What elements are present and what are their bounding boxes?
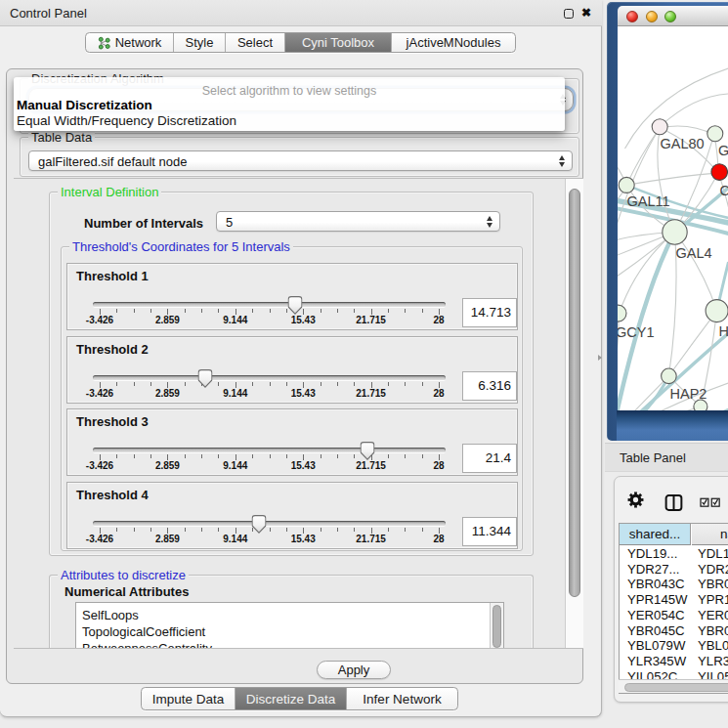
table-panel-titlebar[interactable]: Table Panel [605, 443, 728, 472]
node-gal11[interactable] [619, 177, 634, 193]
slider-track[interactable] [93, 302, 446, 307]
column-header-name[interactable]: name [692, 524, 728, 545]
cell-name[interactable]: YDR27... [698, 562, 728, 578]
slider-track[interactable] [93, 521, 446, 526]
tab-impute-data[interactable]: Impute Data [142, 688, 236, 709]
numerical-attributes-list[interactable]: SelfLoops TopologicalCoefficient Between… [75, 602, 504, 649]
cell-shared-name[interactable]: YBR045C [627, 623, 692, 639]
table-row[interactable]: YLR345WYLR345W [620, 654, 728, 669]
column-header-shared-name[interactable]: shared... [620, 524, 691, 545]
thresholds-group-title: Threshold's Coordinates for 5 Intervals [69, 239, 293, 254]
list-item[interactable]: BetweennessCentrality [76, 641, 503, 649]
slider-thumb[interactable] [252, 515, 267, 534]
tab-network[interactable]: Network [86, 33, 174, 52]
table-row[interactable]: YIL052CYIL052C [620, 669, 728, 680]
scrollbar-thumb[interactable] [624, 683, 728, 692]
node-gcy1[interactable] [618, 305, 626, 321]
table-row[interactable]: YPR145WYPR145W [620, 592, 728, 608]
dropdown-placeholder-item[interactable]: Select algorithm to view settings [14, 84, 565, 98]
threshold-value-field[interactable]: 21.4 [462, 444, 517, 473]
threshold-slider[interactable]: -3.4262.8599.14415.4321.71528 [100, 409, 439, 477]
network-window-titlebar[interactable] [618, 6, 728, 26]
tab-discretize-data[interactable]: Discretize Data [236, 688, 347, 709]
cell-name[interactable]: YIL052C [698, 669, 728, 680]
minimize-traffic-light[interactable] [646, 11, 658, 22]
combo-arrows-icon [559, 155, 566, 167]
network-canvas[interactable]: GAL80 GA C GAL11 GAL4 GCY1 H HAP2 [618, 26, 728, 410]
node-gal4[interactable] [663, 220, 687, 244]
threshold-slider[interactable]: -3.4262.8599.14415.4321.71528 [100, 483, 439, 550]
attributes-group-title: Attributes to discretize [58, 568, 189, 582]
attributes-list-scrollbar[interactable] [490, 603, 503, 649]
list-item[interactable]: SelfLoops [76, 608, 503, 622]
tab-jactivemnodules[interactable]: jActiveMNodules [392, 33, 515, 52]
node-red-selected[interactable] [711, 164, 728, 181]
node-label: H [719, 323, 728, 339]
node-label: GAL11 [627, 193, 670, 209]
table-row[interactable]: YBR045CYBR045C [620, 623, 728, 639]
threshold-panel: Threshold 1-3.4262.8599.14415.4321.71528… [66, 263, 518, 330]
close-icon[interactable]: ✖ [579, 3, 593, 22]
slider-track[interactable] [93, 375, 446, 380]
table-row[interactable]: YBR043CYBR043C [620, 577, 728, 592]
apply-button[interactable]: Apply [317, 661, 391, 679]
slider-track[interactable] [93, 448, 446, 452]
tab-select[interactable]: Select [226, 33, 285, 52]
settings-scrollbar[interactable] [565, 179, 583, 649]
gear-icon[interactable] [627, 492, 644, 508]
table-row[interactable]: YBL079WYBL079W [620, 638, 728, 654]
node-h[interactable] [706, 300, 728, 322]
columns-icon[interactable] [664, 494, 683, 511]
threshold-slider[interactable]: -3.4262.8599.14415.4321.71528 [100, 337, 439, 405]
cell-shared-name[interactable]: YBL079W [627, 638, 692, 654]
dropdown-option-manual-discretization[interactable]: Manual Discretization [17, 98, 152, 112]
control-panel-titlebar[interactable]: Control Panel ✖ [0, 0, 602, 26]
node-gal80[interactable] [652, 119, 667, 135]
threshold-value-field[interactable]: 6.316 [462, 371, 517, 401]
cell-shared-name[interactable]: YBR043C [627, 577, 692, 592]
cell-name[interactable]: YDL19... [698, 546, 728, 562]
cell-name[interactable]: YBR043C [698, 577, 728, 592]
threshold-slider[interactable]: -3.4262.8599.14415.4321.71528 [100, 264, 439, 331]
cell-name[interactable]: YBR045C [698, 623, 728, 639]
scrollbar-thumb[interactable] [492, 605, 501, 648]
cell-shared-name[interactable]: YLR345W [627, 654, 692, 669]
cell-shared-name[interactable]: YDR27... [627, 562, 692, 578]
cell-name[interactable]: YLR345W [698, 654, 728, 669]
panel-sash-arrow-icon[interactable] [598, 355, 602, 361]
close-traffic-light[interactable] [626, 11, 638, 22]
threshold-value-field[interactable]: 11.344 [462, 517, 517, 546]
dropdown-option-equal-width[interactable]: Equal Width/Frequency Discretization [17, 113, 236, 128]
float-window-icon[interactable] [564, 9, 574, 19]
scrollbar-thumb[interactable] [569, 189, 580, 597]
table-row[interactable]: YDR27...YDR27... [620, 562, 728, 578]
slider-thumb[interactable] [288, 296, 303, 315]
list-item[interactable]: TopologicalCoefficient [76, 624, 503, 639]
cell-name[interactable]: YER054C [698, 608, 728, 623]
cell-shared-name[interactable]: YDL19... [627, 546, 692, 562]
tab-infer-network[interactable]: Infer Network [347, 688, 457, 709]
table-data-combobox[interactable]: galFiltered.sif default node [28, 150, 573, 171]
cell-name[interactable]: YPR145W [698, 592, 728, 608]
table-horizontal-scrollbar[interactable] [619, 679, 728, 693]
number-of-intervals-combobox[interactable]: 5 [216, 211, 500, 232]
checkbox-columns-icon[interactable] [700, 497, 721, 507]
cell-shared-name[interactable]: YIL052C [627, 669, 692, 680]
slider-thumb[interactable] [197, 369, 212, 388]
node-hap2[interactable] [662, 368, 677, 384]
threshold-value-field[interactable]: 14.713 [462, 298, 517, 327]
cell-shared-name[interactable]: YPR145W [627, 592, 692, 608]
table-row[interactable]: YER054CYER054C [620, 608, 728, 623]
zoom-traffic-light[interactable] [664, 11, 676, 22]
slider-tick-label: 15.43 [291, 388, 316, 399]
tab-cyni-toolbox[interactable]: Cyni Toolbox [285, 33, 392, 52]
table-row[interactable]: YDL19...YDL19... [620, 546, 728, 562]
slider-tick-label: 28 [433, 388, 444, 399]
slider-thumb[interactable] [361, 442, 375, 460]
node-bottom[interactable] [694, 400, 707, 410]
slider-tick-label: 21.715 [356, 388, 386, 399]
cell-name[interactable]: YBL079W [698, 638, 728, 654]
cell-shared-name[interactable]: YER054C [627, 608, 692, 623]
node-top-right[interactable] [707, 126, 723, 142]
tab-style[interactable]: Style [174, 33, 226, 52]
